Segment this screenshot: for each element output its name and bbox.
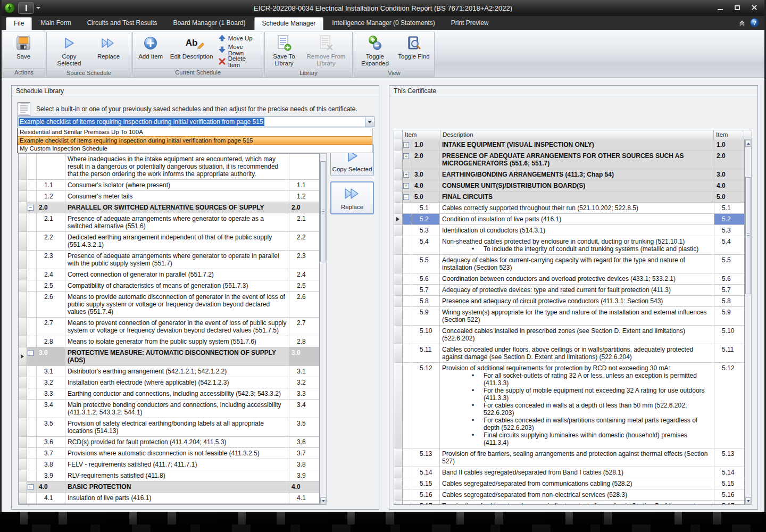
row-selector[interactable] <box>19 280 27 291</box>
item-row[interactable]: 2.5Compatibility of characteristics of m… <box>19 280 319 292</box>
group-row[interactable]: −5.0FINAL CIRCUITS5.0 <box>394 192 744 203</box>
expand-plus-icon[interactable]: + <box>403 142 409 148</box>
collapse-ribbon-icon[interactable] <box>738 19 746 27</box>
row-selector[interactable] <box>19 347 27 365</box>
row-selector[interactable] <box>19 448 27 459</box>
row-selector[interactable] <box>19 269 27 280</box>
row-selector[interactable] <box>19 400 27 418</box>
toggle-expanded-button[interactable]: Toggle Expanded <box>356 32 394 68</box>
tab-print-preview[interactable]: Print Preview <box>444 17 496 30</box>
item-row[interactable]: 2.3Presence of adequate arrangements whe… <box>19 251 319 269</box>
dropdown-option-custom[interactable]: My Custom Inspection Schedule <box>18 145 372 153</box>
row-selector[interactable] <box>19 251 27 269</box>
expand-plus-icon[interactable]: + <box>403 183 409 189</box>
group-row[interactable]: −4.0BASIC PROTECTION4.0 <box>19 481 319 493</box>
collapse-minus-icon[interactable]: − <box>28 484 34 490</box>
item-row[interactable]: 5.12Provision of additional requirements… <box>394 363 744 448</box>
row-selector[interactable] <box>19 504 27 505</box>
expand-cell[interactable]: + <box>403 169 412 180</box>
dropdown-option-example-checklist[interactable]: Example checklist of items requiring ins… <box>18 136 372 145</box>
group-row[interactable]: +4.0CONSUMER UNIT(S)/DISTRIBUTION BOARD(… <box>394 180 744 192</box>
expand-cell[interactable]: − <box>403 192 412 202</box>
row-selector[interactable] <box>394 273 403 284</box>
row-selector[interactable] <box>394 501 403 505</box>
row-selector[interactable] <box>394 236 403 254</box>
row-selector[interactable] <box>19 154 27 179</box>
tab-intelligence-manager[interactable]: Intelligence Manager (0 Statements) <box>324 17 442 30</box>
tab-board-manager[interactable]: Board Manager (1 Board) <box>166 17 253 30</box>
row-selector[interactable] <box>394 296 403 306</box>
row-selector[interactable] <box>19 202 27 213</box>
row-selector[interactable] <box>19 336 27 347</box>
row-selector[interactable] <box>394 225 403 236</box>
maximize-button[interactable] <box>731 3 743 12</box>
row-selector[interactable] <box>394 214 403 225</box>
item-row[interactable]: 5.3Identification of conductors (514.3.1… <box>394 225 744 236</box>
item-row[interactable]: 2.8Means to isolate generator from the p… <box>19 336 319 347</box>
expand-plus-icon[interactable]: + <box>403 172 409 178</box>
tab-main-form[interactable]: Main Form <box>33 17 78 30</box>
app-logo-icon[interactable] <box>4 3 15 13</box>
row-selector[interactable] <box>19 213 27 231</box>
save-to-library-button[interactable]: Save To Library <box>267 32 302 68</box>
add-item-button[interactable]: Add Item <box>135 32 166 67</box>
item-row[interactable]: 1.1Consumer's isolator (where present)1.… <box>19 180 319 191</box>
row-selector[interactable] <box>19 232 27 250</box>
item-row[interactable]: 2.7Means to prevent connection of genera… <box>19 318 319 336</box>
expand-cell[interactable]: + <box>403 139 412 150</box>
help-icon[interactable]: ? <box>750 18 759 27</box>
scroll-down-icon[interactable] <box>745 497 751 504</box>
item-row[interactable]: 2.4Correct connection of generator in pa… <box>19 269 319 280</box>
item-row[interactable]: 4.2Barriers or enclosures (416.2; 416.2.… <box>19 504 319 505</box>
row-selector[interactable] <box>19 366 27 377</box>
row-selector[interactable] <box>394 478 403 489</box>
replace-button[interactable]: Replace <box>330 181 374 214</box>
row-selector[interactable] <box>394 203 403 213</box>
row-selector[interactable] <box>19 437 27 447</box>
column-header-item[interactable]: Item <box>403 130 440 139</box>
row-selector[interactable] <box>394 285 403 295</box>
replace-ribbon-button[interactable]: Replace <box>91 32 126 68</box>
row-selector[interactable] <box>394 151 403 169</box>
row-selector[interactable] <box>394 307 403 325</box>
item-row[interactable]: 2.6Means to provide automatic disconnect… <box>19 292 319 318</box>
item-row[interactable]: 5.17Termination of cables at enclosures … <box>394 501 744 505</box>
row-selector[interactable] <box>19 470 27 481</box>
column-header-item-right[interactable]: Item <box>714 130 744 139</box>
expand-cell[interactable]: − <box>27 202 37 213</box>
certificate-table-scrollbar[interactable] <box>745 139 752 505</box>
expand-plus-icon[interactable]: + <box>403 153 409 159</box>
item-row[interactable]: 2.1Presence of adequate arrangements whe… <box>19 213 319 232</box>
item-row[interactable]: 5.16Cables segregated/separated from non… <box>394 489 744 501</box>
row-selector[interactable] <box>394 180 403 191</box>
row-selector[interactable] <box>19 459 27 470</box>
group-row[interactable]: −3.0PROTECTIVE MEASURE: AUTOMATIC DISCON… <box>19 347 319 366</box>
delete-item-button[interactable]: Delete Item <box>219 56 259 67</box>
save-button[interactable]: Save <box>5 32 42 67</box>
row-selector[interactable] <box>394 344 403 362</box>
item-row[interactable]: 3.3Earthing conductor and connections, i… <box>19 388 319 400</box>
close-button[interactable] <box>748 3 760 12</box>
row-selector[interactable] <box>19 481 27 492</box>
move-down-button[interactable]: Move Down <box>219 45 259 55</box>
item-row[interactable]: 5.14Band II cables segregated/separated … <box>394 467 744 478</box>
row-selector[interactable] <box>19 388 27 399</box>
scroll-up-icon[interactable] <box>745 140 751 147</box>
item-row[interactable]: 5.8Presence and adequacy of circuit prot… <box>394 296 744 307</box>
tab-circuits-and-test-results[interactable]: Circuits and Test Results <box>80 17 165 30</box>
item-row[interactable]: 5.5Adequacy of cables for current-carryi… <box>394 255 744 273</box>
schedule-combo[interactable]: Example checklist of items requiring ins… <box>17 117 374 127</box>
row-selector[interactable] <box>394 489 403 500</box>
scroll-down-icon[interactable] <box>320 497 326 504</box>
item-row[interactable]: 3.7Provisions where automatic disconnect… <box>19 448 319 459</box>
copy-selected-ribbon-button[interactable]: Copy Selected <box>48 32 90 68</box>
tab-file[interactable]: File <box>6 17 32 30</box>
qat-dropdown-icon[interactable] <box>36 7 40 9</box>
row-selector[interactable] <box>19 318 27 336</box>
row-selector[interactable] <box>19 191 27 202</box>
qat-button[interactable] <box>18 2 34 14</box>
collapse-minus-icon[interactable]: − <box>28 350 34 356</box>
row-selector[interactable] <box>394 139 403 150</box>
item-row[interactable]: 5.7Adequacy of protective devices: type … <box>394 285 744 296</box>
expand-cell[interactable]: + <box>403 180 412 191</box>
